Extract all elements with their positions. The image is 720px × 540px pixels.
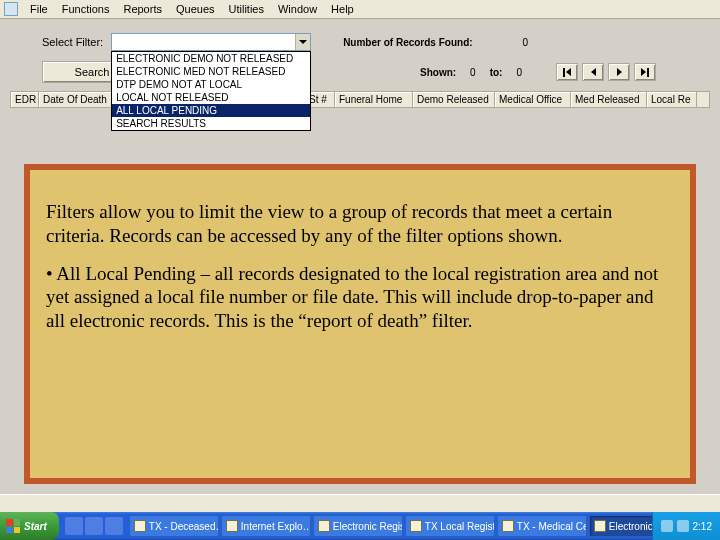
menu-queues[interactable]: Queues	[170, 2, 221, 16]
taskbar-item-label: Electronic Regis…	[609, 521, 652, 532]
taskbar-item[interactable]: Electronic Regis…	[589, 515, 652, 537]
windows-logo-icon	[6, 519, 20, 533]
app-icon	[410, 520, 422, 532]
menu-window[interactable]: Window	[272, 2, 323, 16]
start-label: Start	[24, 521, 47, 532]
app-icon	[318, 520, 330, 532]
taskbar-item-label: TX - Medical Cert…	[517, 521, 587, 532]
grid-column-header[interactable]: Medical Office	[495, 92, 571, 107]
records-found-label: Number of Records Found:	[343, 37, 472, 48]
app-icon	[594, 520, 606, 532]
shown-info: Shown: 0 to: 0	[420, 63, 656, 81]
taskbar-item[interactable]: Electronic Regist…	[313, 515, 403, 537]
last-button[interactable]	[634, 63, 656, 81]
grid-column-header[interactable]: EDR	[11, 92, 39, 107]
status-bar	[0, 494, 720, 512]
grid-column-header[interactable]: Date Of Death	[39, 92, 113, 107]
tutorial-callout: Filters allow you to limit the view to a…	[24, 164, 696, 484]
taskbar-item-label: Internet Explo…	[241, 521, 311, 532]
filter-combo-wrap: ELECTRONIC DEMO NOT RELEASED ELECTRONIC …	[111, 33, 311, 51]
app-icon	[226, 520, 238, 532]
filter-dropdown-list: ELECTRONIC DEMO NOT RELEASED ELECTRONIC …	[111, 51, 311, 131]
quick-launch	[65, 517, 123, 535]
menu-functions[interactable]: Functions	[56, 2, 116, 16]
quick-launch-item[interactable]	[105, 517, 123, 535]
to-label: to:	[490, 67, 503, 78]
grid-column-header[interactable]: Local Re	[647, 92, 697, 107]
task-items: TX - Deceased…Internet Explo…Electronic …	[129, 515, 652, 537]
menu-utilities[interactable]: Utilities	[223, 2, 270, 16]
taskbar-item[interactable]: TX - Deceased…	[129, 515, 219, 537]
filter-option-selected[interactable]: ALL LOCAL PENDING	[112, 104, 310, 117]
filter-option[interactable]: SEARCH RESULTS	[112, 117, 310, 130]
filter-option[interactable]: ELECTRONIC DEMO NOT RELEASED	[112, 52, 310, 65]
taskbar-item-label: TX - Deceased…	[149, 521, 219, 532]
filter-combobox[interactable]	[111, 33, 311, 51]
callout-para-1: Filters allow you to limit the view to a…	[46, 200, 674, 248]
filter-option[interactable]: LOCAL NOT RELEASED	[112, 91, 310, 104]
filter-option[interactable]: ELECTRONIC MED NOT RELEASED	[112, 65, 310, 78]
filter-row: Select Filter: ELECTRONIC DEMO NOT RELEA…	[6, 25, 714, 55]
nav-buttons	[556, 63, 656, 81]
menu-file[interactable]: File	[24, 2, 54, 16]
menu-help[interactable]: Help	[325, 2, 360, 16]
filter-option[interactable]: DTP DEMO NOT AT LOCAL	[112, 78, 310, 91]
tray-icon[interactable]	[677, 520, 689, 532]
app-icon	[4, 2, 18, 16]
client-area: Select Filter: ELECTRONIC DEMO NOT RELEA…	[0, 19, 720, 114]
records-found-value: 0	[523, 37, 529, 48]
taskbar-item-label: TX Local Registrar	[425, 521, 495, 532]
clock: 2:12	[693, 521, 712, 532]
taskbar-item[interactable]: Internet Explo…	[221, 515, 311, 537]
grid-column-header[interactable]: Med Released	[571, 92, 647, 107]
records-found: Number of Records Found: 0	[343, 37, 528, 48]
chevron-down-icon[interactable]	[295, 34, 310, 50]
filter-label: Select Filter:	[42, 36, 103, 48]
grid-column-header[interactable]: Funeral Home	[335, 92, 413, 107]
taskbar: Start TX - Deceased…Internet Explo…Elect…	[0, 512, 720, 540]
callout-para-2: • All Local Pending – all records design…	[46, 262, 674, 333]
shown-to: 0	[516, 67, 522, 78]
menu-reports[interactable]: Reports	[117, 2, 168, 16]
shown-from: 0	[470, 67, 476, 78]
start-button[interactable]: Start	[0, 512, 59, 540]
taskbar-item[interactable]: TX Local Registrar	[405, 515, 495, 537]
menu-bar: File Functions Reports Queues Utilities …	[0, 0, 720, 19]
quick-launch-item[interactable]	[85, 517, 103, 535]
quick-launch-item[interactable]	[65, 517, 83, 535]
prev-button[interactable]	[582, 63, 604, 81]
app-icon	[134, 520, 146, 532]
grid-column-header[interactable]: Demo Released	[413, 92, 495, 107]
shown-label: Shown:	[420, 67, 456, 78]
tray-icon[interactable]	[661, 520, 673, 532]
taskbar-item-label: Electronic Regist…	[333, 521, 403, 532]
system-tray: 2:12	[652, 512, 720, 540]
app-icon	[502, 520, 514, 532]
first-button[interactable]	[556, 63, 578, 81]
next-button[interactable]	[608, 63, 630, 81]
taskbar-item[interactable]: TX - Medical Cert…	[497, 515, 587, 537]
